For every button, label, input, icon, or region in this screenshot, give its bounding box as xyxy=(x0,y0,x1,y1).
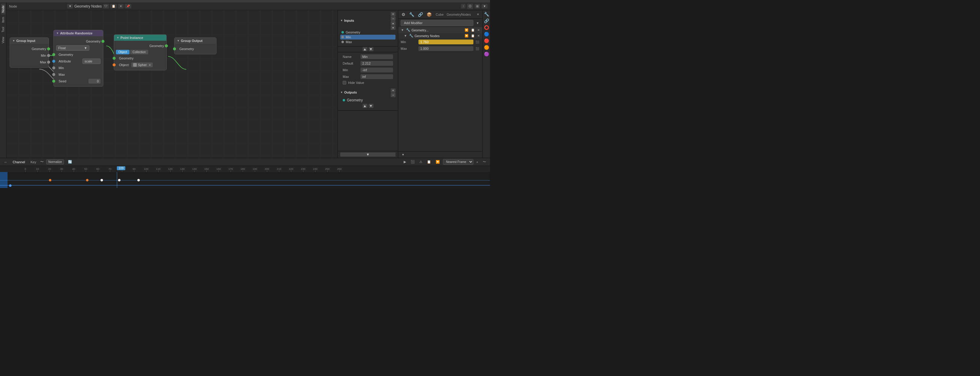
inputs-plus-btn[interactable]: + xyxy=(391,12,396,16)
pi-remove-btn[interactable]: ✕ xyxy=(148,63,151,67)
min-lock-btn[interactable]: ⬛ xyxy=(475,40,480,44)
tl-icon-5[interactable]: 🔽 xyxy=(434,159,441,165)
side-tab-tool[interactable]: Tool xyxy=(1,25,5,34)
outputs-geometry-row[interactable]: Geometry xyxy=(340,97,396,103)
node-canvas[interactable]: ▼ Group Input Geometry Min Ma xyxy=(6,10,337,158)
prop-icon-1[interactable]: ⚙ xyxy=(401,12,406,17)
panel-scroll-down[interactable]: ▼ xyxy=(369,47,374,51)
tl-icon-2[interactable]: ⬛ xyxy=(409,159,416,165)
mod-expand-btn[interactable]: ▼ xyxy=(400,28,405,32)
inputs-item-geometry[interactable]: Geometry xyxy=(340,30,396,35)
outputs-scroll-up[interactable]: ▲ xyxy=(363,104,368,108)
pi-object-tab[interactable]: Object xyxy=(116,50,129,54)
ar-seed-field[interactable]: 0 xyxy=(89,79,100,84)
view-mode-btn[interactable]: ▼ xyxy=(482,4,488,8)
pi-object-field[interactable]: Spher ✕ xyxy=(131,62,153,67)
mod-icon-1[interactable]: 🔽 xyxy=(464,28,469,32)
max-field-value[interactable]: 1.000 xyxy=(418,46,473,51)
sub-mod-icon-1[interactable]: 🔽 xyxy=(464,34,469,38)
ar-seed-label: Seed xyxy=(59,79,67,83)
close-btn[interactable]: ✕ xyxy=(118,4,124,8)
prop-close-btn[interactable]: ✕ xyxy=(476,13,480,16)
pi-geom-in-row: Geometry xyxy=(114,55,166,62)
ar-dropdown-row: Float ▼ xyxy=(54,44,103,51)
far-icon-6[interactable]: 🟠 xyxy=(483,44,490,50)
outputs-minus-btn[interactable]: − xyxy=(391,93,396,97)
ar-max-socket xyxy=(52,73,55,76)
outputs-plus-btn[interactable]: + xyxy=(391,89,396,93)
inputs-item-max[interactable]: Max xyxy=(340,40,396,44)
keyframe-dot-2[interactable] xyxy=(86,179,89,181)
min-field-value[interactable]: 1.760 xyxy=(418,40,473,44)
ar-attr-field[interactable]: scale xyxy=(83,59,100,64)
group-input-node[interactable]: ▼ Group Input Geometry Min Ma xyxy=(10,37,49,68)
shield-btn[interactable]: 🛡 xyxy=(103,4,109,8)
pin-btn[interactable]: 📌 xyxy=(125,4,131,8)
key-btn[interactable]: Key xyxy=(29,160,38,165)
far-icon-7[interactable]: 🟣 xyxy=(483,51,490,57)
pi-object-socket xyxy=(113,63,116,67)
prop-icon-4[interactable]: 📦 xyxy=(426,12,433,17)
detail-max-value[interactable]: inf xyxy=(361,74,393,79)
max-lock-btn[interactable]: ⬛ xyxy=(475,47,480,51)
inputs-down-btn[interactable]: ▼ xyxy=(391,25,396,30)
far-icon-4[interactable]: 🔵 xyxy=(483,32,490,37)
add-modifier-btn[interactable]: Add Modifier xyxy=(401,20,473,26)
outputs-scroll-down[interactable]: ▼ xyxy=(369,104,374,108)
group-output-node[interactable]: ▼ Group Output Geometry xyxy=(174,37,216,54)
timeline-track[interactable] xyxy=(0,172,490,188)
prop-icon-2[interactable]: 🔧 xyxy=(408,12,415,17)
prop-side-icon-1[interactable]: ▼ xyxy=(401,153,406,157)
ar-type-dropdown[interactable]: Float ▼ xyxy=(56,45,89,51)
sub-mod-icon-2[interactable]: 📋 xyxy=(470,34,476,38)
inputs-minus-btn[interactable]: − xyxy=(391,17,396,21)
panel-expand-btn[interactable]: ▼ xyxy=(340,152,396,157)
detail-min-value[interactable]: -inf xyxy=(361,68,393,72)
inputs-max-label: Max xyxy=(346,40,352,44)
tl-icon-3[interactable]: ⚠ xyxy=(418,159,424,165)
tl-icon-6[interactable]: + xyxy=(475,160,480,165)
sub-mod-expand[interactable]: ▼ xyxy=(403,34,408,38)
attr-randomize-node[interactable]: ▼ Attribute Randomize Geometry Float xyxy=(53,30,103,87)
side-tab-item[interactable]: Item xyxy=(1,15,5,24)
detail-default-value[interactable]: 2.212 xyxy=(361,61,393,66)
mod-icon-3[interactable]: ✕ xyxy=(476,28,480,32)
far-icon-3[interactable]: ⭕ xyxy=(483,25,490,30)
point-instance-node[interactable]: ▼ Point Instance Geometry Object Collect… xyxy=(114,34,167,70)
tl-icon-1[interactable]: ▶ xyxy=(402,159,407,165)
far-icon-5[interactable]: 🔴 xyxy=(483,38,490,43)
overlay-btn[interactable]: ⊞ xyxy=(475,4,480,8)
inputs-scroll-ctrl: + − ▲ ▼ xyxy=(391,12,396,30)
side-tab-node[interactable]: Node xyxy=(1,4,5,14)
hide-value-checkbox[interactable] xyxy=(343,81,346,84)
prop-icon-3[interactable]: 🔗 xyxy=(417,12,424,17)
far-icon-2[interactable]: 🔗 xyxy=(483,18,490,24)
copy-btn[interactable]: 📋 xyxy=(110,4,117,8)
panel-scroll-up[interactable]: ▲ xyxy=(363,47,368,51)
keyframe-dot-3[interactable] xyxy=(100,179,103,181)
pi-collection-tab[interactable]: Collection xyxy=(130,50,148,54)
editor-type-btn[interactable]: ▼ xyxy=(67,4,73,8)
inputs-item-min[interactable]: Min xyxy=(340,35,396,40)
inputs-up-btn[interactable]: ▲ xyxy=(391,21,396,25)
timeline-expand-btn[interactable]: ↔ xyxy=(2,160,9,165)
nearest-frame-select[interactable]: Nearest Frame xyxy=(443,159,473,165)
keyframe-dot-1[interactable] xyxy=(49,179,51,181)
ruler-mark-160: 160 xyxy=(213,168,224,172)
channel-btn[interactable]: Channel xyxy=(11,160,27,165)
side-tab-view[interactable]: View xyxy=(1,35,5,45)
tl-icon-7[interactable]: 〜 xyxy=(481,159,488,165)
far-icon-1[interactable]: 🔧 xyxy=(483,11,490,17)
keyframe-dot-5[interactable] xyxy=(137,179,140,181)
normalize-btn[interactable]: Normalize xyxy=(46,159,64,165)
point-inst-body: Geometry Object Collection Geometry xyxy=(114,41,166,70)
mod-icon-2[interactable]: 📋 xyxy=(470,28,476,32)
refresh-btn[interactable]: 🔄 xyxy=(67,159,74,165)
detail-name-value[interactable]: Min xyxy=(361,54,393,59)
tl-icon-4[interactable]: 📋 xyxy=(425,159,433,165)
nav-up-btn[interactable]: ↑ xyxy=(461,4,466,8)
keyframe-dot-4[interactable] xyxy=(118,179,121,181)
origin-btn[interactable]: ⓪ xyxy=(467,4,473,9)
add-modifier-dropdown[interactable]: ▼ xyxy=(475,21,480,25)
sub-mod-icon-3[interactable]: ✕ xyxy=(476,34,480,38)
